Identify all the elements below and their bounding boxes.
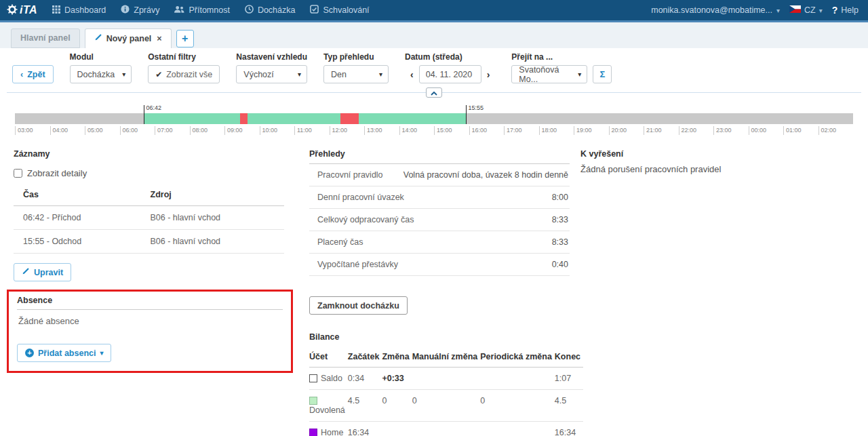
balance-column-header: Účet: [309, 347, 348, 368]
show-details-label: Zobrazit detaily: [27, 168, 87, 178]
balance-cell-change: 0: [382, 390, 412, 422]
nav-item-label: Dashboard: [64, 5, 106, 15]
balance-cell-manual: [412, 422, 481, 436]
view-type-select[interactable]: Den ▾: [323, 65, 389, 83]
timeline-tick: 16:00: [469, 126, 488, 135]
record-time: 06:42 - Příchod: [14, 206, 141, 230]
nav-item-schvalovani[interactable]: Schvalování: [310, 5, 369, 16]
edit-records-button[interactable]: Upravit: [14, 263, 71, 281]
view-type-select-value: Den: [331, 70, 347, 79]
timeline-tick: 14:00: [399, 126, 418, 135]
chevron-down-icon: ▾: [379, 71, 382, 78]
timeline-marker: 15:55: [466, 105, 467, 124]
show-all-filters-button[interactable]: ✔ Zobrazit vše: [148, 65, 220, 83]
main-content: Záznamy Zobrazit detaily Čas Zdroj 06:42…: [0, 136, 868, 436]
view-type-label: Typ přehledu: [323, 52, 389, 62]
timeline-segment-break: [340, 113, 359, 124]
overview-row: Denní pracovní úvazek8:00: [309, 186, 570, 209]
collapse-toolbar-button[interactable]: [426, 87, 442, 98]
balance-column-header: Změna: [382, 347, 412, 368]
timeline-tick: 02:00: [818, 126, 837, 135]
balance-account-cell: Home Office: [309, 422, 348, 436]
balance-cell-periodic: [480, 422, 555, 436]
chevron-left-icon: ‹: [20, 70, 23, 79]
balance-row: Saldo0:34+0:331:07: [309, 368, 583, 390]
tab-label: Hlavní panel: [20, 33, 71, 43]
account-color-swatch: [309, 397, 317, 405]
overview-row: Placený čas8:33: [309, 231, 570, 254]
timeline-tick: 17:00: [504, 126, 522, 135]
modul-select-value: Docházka: [77, 70, 115, 79]
balance-table: ÚčetZačátekZměnaManuální změnaPeriodická…: [309, 347, 583, 436]
close-icon[interactable]: ×: [157, 34, 161, 43]
timeline-tick: 15:00: [434, 126, 452, 135]
add-absence-button[interactable]: + Přidat absenci ▾: [17, 344, 111, 362]
timeline-segment-break: [240, 113, 248, 124]
top-navbar: iTA Dashboard Zprávy Přítomnost Docházka…: [0, 0, 868, 22]
timeline-tick: 00:00: [749, 126, 767, 135]
nav-item-zpravy[interactable]: Zprávy: [121, 5, 159, 16]
goto-label: Přejít na ...: [511, 52, 612, 62]
overview-row: Celkový odpracovaný čas8:33: [309, 209, 570, 231]
absence-empty-text: Žádné absence: [17, 310, 283, 344]
account-label: Dovolená: [309, 405, 345, 415]
timeline-tick: 13:00: [364, 126, 382, 135]
help-link[interactable]: ? Help: [832, 5, 859, 16]
record-source: B06 - hlavní vchod: [141, 230, 284, 254]
lock-attendance-button[interactable]: Zamknout docházku: [309, 296, 408, 315]
language-selector[interactable]: CZ ▾: [789, 5, 823, 15]
nav-item-dashboard[interactable]: Dashboard: [52, 5, 106, 16]
issues-title: K vyřešení: [580, 149, 854, 159]
nav-item-dochazka[interactable]: Docházka: [245, 5, 296, 16]
timeline-tick: 20:00: [609, 126, 627, 135]
account-label: Saldo: [321, 374, 342, 383]
tab-novy-panel[interactable]: Nový panel ×: [85, 28, 172, 48]
info-icon: [121, 5, 130, 16]
back-button[interactable]: ‹ Zpět: [12, 65, 54, 83]
nav-item-pritomnost[interactable]: Přítomnost: [174, 5, 229, 16]
nav-item-label: Zprávy: [134, 5, 159, 15]
sum-button[interactable]: Σ: [593, 65, 612, 83]
back-button-label: Zpět: [27, 70, 45, 79]
user-menu[interactable]: monika.svatonova@mobatime... ▾: [651, 5, 780, 15]
tab-hlavni-panel[interactable]: Hlavní panel: [11, 28, 80, 48]
balance-cell-start: 16:34: [348, 422, 382, 436]
records-column-header: Zdroj: [141, 184, 284, 206]
nav-item-label: Docházka: [258, 5, 296, 15]
balance-cell-periodic: 0: [480, 390, 555, 422]
add-panel-button[interactable]: +: [176, 30, 194, 47]
date-input[interactable]: [419, 65, 481, 83]
absence-title: Absence: [17, 296, 283, 310]
appearance-label: Nastavení vzhledu: [236, 52, 307, 62]
nav-item-label: Přítomnost: [189, 5, 229, 15]
overview-row-label: Celkový odpracovaný čas: [317, 215, 414, 224]
date-next-button[interactable]: ›: [481, 69, 496, 80]
chevron-up-icon: [431, 87, 437, 98]
balance-cell-change: +0:33: [382, 368, 412, 390]
timeline-marker-label: 15:55: [469, 104, 484, 111]
show-details-checkbox[interactable]: [14, 169, 22, 178]
overview-row: Pracovní pravidloVolná pracovní doba, úv…: [309, 164, 570, 186]
check-square-icon: [310, 5, 319, 16]
records-column-header: Čas: [14, 184, 141, 206]
toolbar-panel: ‹ Zpět Modul Docházka ▾ Ostatní filtry ✔…: [7, 48, 861, 93]
overview-row-label: Placený čas: [317, 237, 363, 247]
appearance-select[interactable]: Výchozí ▾: [236, 65, 307, 83]
app-logo[interactable]: iTA: [0, 4, 47, 17]
timeline-tick: 05:00: [85, 126, 103, 135]
overview-list: Pracovní pravidloVolná pracovní doba, úv…: [309, 164, 570, 276]
overview-title: Přehledy: [309, 149, 570, 164]
records-column: Záznamy Zobrazit detaily Čas Zdroj 06:42…: [14, 149, 298, 373]
chevron-down-icon: ▾: [298, 71, 301, 78]
edit-records-label: Upravit: [34, 268, 63, 277]
date-prev-button[interactable]: ‹: [405, 69, 419, 80]
user-email: monika.svatonova@mobatime...: [651, 5, 772, 15]
navbar-right: monika.svatonova@mobatime... ▾ CZ ▾ ? He…: [651, 5, 868, 16]
modul-select[interactable]: Docházka ▾: [70, 65, 132, 83]
chevron-down-icon: ▾: [122, 71, 125, 78]
goto-person-select[interactable]: Svatoňová Mo... ▾: [511, 65, 587, 83]
overview-row: Vypočítané přestávky0:40: [309, 254, 570, 276]
balance-title: Bilance: [309, 332, 570, 342]
day-timeline: 06:4215:55 03:0004:0005:0006:0007:0008:0…: [15, 113, 853, 136]
appearance-select-value: Výchozí: [243, 70, 273, 79]
